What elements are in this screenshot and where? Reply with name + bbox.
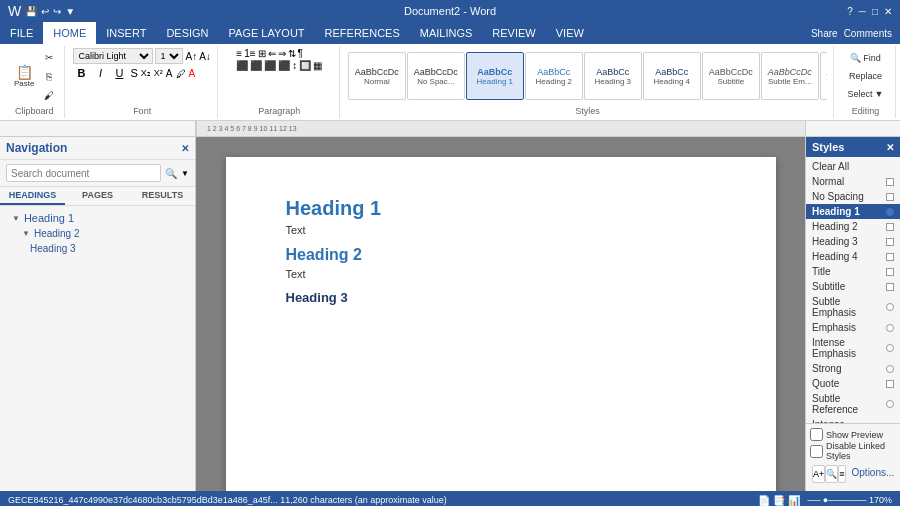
strikethrough-btn[interactable]: S (130, 67, 137, 79)
search-input[interactable] (6, 164, 161, 182)
style-item-subtle-ref[interactable]: Subtle Reference (806, 391, 900, 417)
doc-text2[interactable]: Text (286, 268, 716, 280)
select-btn[interactable]: Select ▼ (844, 87, 888, 101)
tab-page-layout[interactable]: PAGE LAYOUT (219, 22, 315, 44)
increase-indent-btn[interactable]: ⇒ (278, 48, 286, 59)
shading-btn[interactable]: 🔲 (299, 60, 311, 71)
tab-view[interactable]: VIEW (546, 22, 594, 44)
format-painter-btn[interactable]: 🖌 (40, 86, 58, 104)
paste-btn[interactable]: 📋 Paste (10, 63, 38, 90)
style-item-heading1[interactable]: Heading 1 (806, 204, 900, 219)
style-item-heading3[interactable]: Heading 3 (806, 234, 900, 249)
style-heading3[interactable]: AaBbCc Heading 3 (584, 52, 642, 100)
share-btn[interactable]: Share (811, 28, 838, 39)
style-item-title[interactable]: Title (806, 264, 900, 279)
view-buttons[interactable]: 📄 📑 📊 (758, 495, 800, 506)
style-item-intense-emphasis[interactable]: Intense Emphasis (806, 335, 900, 361)
increase-font-btn[interactable]: A↑ (185, 51, 197, 62)
superscript-btn[interactable]: X² (154, 68, 163, 78)
manage-styles-btn[interactable]: ≡ (838, 465, 845, 483)
sort-btn[interactable]: ⇅ (288, 48, 296, 59)
text-effects-btn[interactable]: A (166, 68, 173, 79)
quick-redo-btn[interactable]: ↪ (53, 6, 61, 17)
style-item-quote[interactable]: Quote (806, 376, 900, 391)
doc-heading3[interactable]: Heading 3 (286, 290, 716, 305)
style-item-subtitle[interactable]: Subtitle (806, 279, 900, 294)
style-item-subtle-emphasis[interactable]: Subtle Emphasis (806, 294, 900, 320)
italic-btn[interactable]: I (92, 67, 108, 79)
numbering-btn[interactable]: 1≡ (244, 48, 255, 59)
style-heading2[interactable]: AaBbCc Heading 2 (525, 52, 583, 100)
nav-item-heading3[interactable]: Heading 3 (0, 241, 195, 256)
bullets-btn[interactable]: ≡ (236, 48, 242, 59)
borders-btn[interactable]: ▦ (313, 60, 322, 71)
align-center-btn[interactable]: ⬛ (250, 60, 262, 71)
styles-panel-close-btn[interactable]: ✕ (886, 142, 894, 153)
nav-tab-headings[interactable]: HEADINGS (0, 187, 65, 205)
search-dropdown-icon[interactable]: ▼ (181, 169, 189, 178)
doc-heading1[interactable]: Heading 1 (286, 197, 716, 220)
disable-linked-checkbox[interactable]: Disable Linked Styles (810, 441, 896, 461)
close-btn[interactable]: ✕ (884, 6, 892, 17)
zoom-slider[interactable]: ── ●────── 170% (808, 495, 892, 505)
style-item-clear-all[interactable]: Clear All (806, 159, 900, 174)
style-normal[interactable]: AaBbCcDc Normal (348, 52, 406, 100)
style-heading4[interactable]: AaBbCc Heading 4 (643, 52, 701, 100)
quick-access-more[interactable]: ▼ (65, 6, 75, 17)
align-right-btn[interactable]: ⬛ (264, 60, 276, 71)
style-intense-em[interactable]: AaBbCcDc Intense E. (820, 52, 827, 100)
multilevel-btn[interactable]: ⊞ (258, 48, 266, 59)
justify-btn[interactable]: ⬛ (278, 60, 290, 71)
nav-item-heading1[interactable]: ▼ Heading 1 (0, 210, 195, 226)
subscript-btn[interactable]: X₂ (141, 68, 151, 78)
tab-references[interactable]: REFERENCES (315, 22, 410, 44)
decrease-font-btn[interactable]: A↓ (199, 51, 211, 62)
styles-options-btn[interactable]: Options... (846, 465, 900, 483)
replace-btn[interactable]: Replace (845, 69, 886, 83)
comments-btn[interactable]: Comments (844, 28, 892, 39)
document-area[interactable]: Heading 1 Text Heading 2 Text Heading 3 (196, 137, 805, 491)
style-item-normal[interactable]: Normal (806, 174, 900, 189)
text-highlight-btn[interactable]: 🖊 (176, 68, 186, 79)
copy-btn[interactable]: ⎘ (40, 67, 58, 85)
cut-btn[interactable]: ✂ (40, 48, 58, 66)
disable-linked-check[interactable] (810, 445, 823, 458)
minimize-btn[interactable]: ─ (859, 6, 866, 17)
tab-review[interactable]: REVIEW (482, 22, 545, 44)
font-name-select[interactable]: Calibri Light (73, 48, 153, 64)
style-subtle-em[interactable]: AaBbCcDc Subtle Em... (761, 52, 819, 100)
underline-btn[interactable]: U (111, 67, 127, 79)
nav-tab-pages[interactable]: PAGES (65, 187, 130, 205)
inspect-style-btn[interactable]: 🔍 (825, 465, 838, 483)
doc-heading2[interactable]: Heading 2 (286, 246, 716, 264)
style-item-no-spacing[interactable]: No Spacing (806, 189, 900, 204)
search-icon[interactable]: 🔍 (165, 168, 177, 179)
line-spacing-btn[interactable]: ↕ (292, 60, 297, 71)
style-no-spacing[interactable]: AaBbCcDc No Spac... (407, 52, 465, 100)
decrease-indent-btn[interactable]: ⇐ (268, 48, 276, 59)
bold-btn[interactable]: B (73, 67, 89, 79)
align-left-btn[interactable]: ⬛ (236, 60, 248, 71)
style-item-heading4[interactable]: Heading 4 (806, 249, 900, 264)
style-item-emphasis[interactable]: Emphasis (806, 320, 900, 335)
show-preview-checkbox[interactable]: Show Preview (810, 428, 896, 441)
style-subtitle[interactable]: AaBbCcDc Subtitle (702, 52, 760, 100)
tab-insert[interactable]: INSERT (96, 22, 156, 44)
quick-save-btn[interactable]: 💾 (25, 6, 37, 17)
tab-file[interactable]: FILE (0, 22, 43, 44)
new-style-btn[interactable]: A+ (812, 465, 825, 483)
quick-undo-btn[interactable]: ↩ (41, 6, 49, 17)
style-heading1[interactable]: AaBbCc Heading 1 (466, 52, 524, 100)
document-page[interactable]: Heading 1 Text Heading 2 Text Heading 3 (226, 157, 776, 491)
show-preview-check[interactable] (810, 428, 823, 441)
tab-design[interactable]: DESIGN (156, 22, 218, 44)
nav-item-heading2[interactable]: ▼ Heading 2 (0, 226, 195, 241)
maximize-btn[interactable]: □ (872, 6, 878, 17)
font-color-btn[interactable]: A (189, 68, 196, 79)
tab-mailings[interactable]: MAILINGS (410, 22, 483, 44)
font-size-select[interactable]: 11 (155, 48, 183, 64)
nav-tab-results[interactable]: RESULTS (130, 187, 195, 205)
show-marks-btn[interactable]: ¶ (298, 48, 303, 59)
style-item-heading2[interactable]: Heading 2 (806, 219, 900, 234)
tab-home[interactable]: HOME (43, 22, 96, 44)
